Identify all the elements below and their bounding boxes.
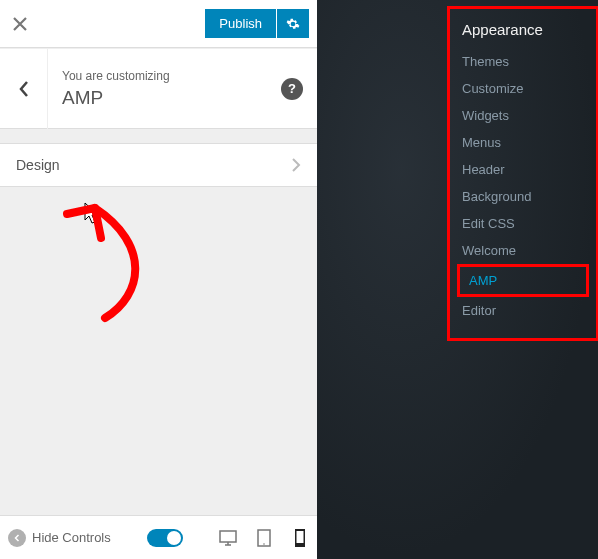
mobile-icon	[295, 529, 305, 547]
topbar: Publish	[0, 0, 317, 48]
svg-rect-4	[296, 531, 303, 543]
svg-rect-0	[220, 531, 236, 542]
footer: Hide Controls	[0, 515, 317, 559]
section-design[interactable]: Design	[0, 143, 317, 187]
svg-point-2	[263, 543, 265, 545]
hide-controls-label: Hide Controls	[32, 530, 111, 545]
close-icon	[12, 16, 28, 32]
sidebar-item-customize[interactable]: Customize	[450, 75, 596, 102]
chevron-left-icon	[18, 80, 30, 98]
customizing-label: You are customizing	[62, 69, 267, 83]
appearance-menu-annotation: Appearance Themes Customize Widgets Menu…	[447, 6, 598, 341]
help-button[interactable]: ?	[281, 78, 303, 100]
tablet-preview-button[interactable]	[255, 529, 273, 547]
gear-icon	[286, 17, 300, 31]
device-preview-group	[219, 529, 309, 547]
sidebar-item-amp[interactable]: AMP	[460, 267, 586, 294]
sidebar-item-edit-css[interactable]: Edit CSS	[450, 210, 596, 237]
help-icon: ?	[288, 81, 296, 96]
back-button[interactable]	[0, 49, 48, 129]
admin-sidebar-area: Appearance Themes Customize Widgets Menu…	[317, 0, 598, 559]
header-text: You are customizing AMP	[48, 69, 281, 109]
customizing-target: AMP	[62, 87, 267, 109]
hide-controls-button[interactable]: Hide Controls	[8, 529, 111, 547]
customizer-header: You are customizing AMP ?	[0, 49, 317, 129]
desktop-preview-button[interactable]	[219, 529, 237, 547]
topbar-actions: Publish	[205, 9, 309, 38]
publish-settings-button[interactable]	[277, 9, 309, 38]
tablet-icon	[257, 529, 271, 547]
sidebar-item-menus[interactable]: Menus	[450, 129, 596, 156]
mobile-preview-button[interactable]	[291, 529, 309, 547]
sidebar-item-header[interactable]: Header	[450, 156, 596, 183]
amp-highlight-annotation: AMP	[457, 264, 589, 297]
sidebar-item-background[interactable]: Background	[450, 183, 596, 210]
preview-toggle[interactable]	[147, 529, 183, 547]
sidebar-item-themes[interactable]: Themes	[450, 48, 596, 75]
close-button[interactable]	[8, 12, 32, 36]
sidebar-item-widgets[interactable]: Widgets	[450, 102, 596, 129]
sidebar-item-welcome[interactable]: Welcome	[450, 237, 596, 264]
desktop-icon	[219, 530, 237, 546]
customizer-panel: Publish You are customizing AMP ? Design	[0, 0, 317, 559]
publish-button[interactable]: Publish	[205, 9, 276, 38]
chevron-right-icon	[291, 158, 301, 172]
menu-header: Appearance	[450, 17, 596, 48]
section-label: Design	[16, 157, 60, 173]
sidebar-item-editor[interactable]: Editor	[450, 297, 596, 324]
chevron-left-circle-icon	[8, 529, 26, 547]
